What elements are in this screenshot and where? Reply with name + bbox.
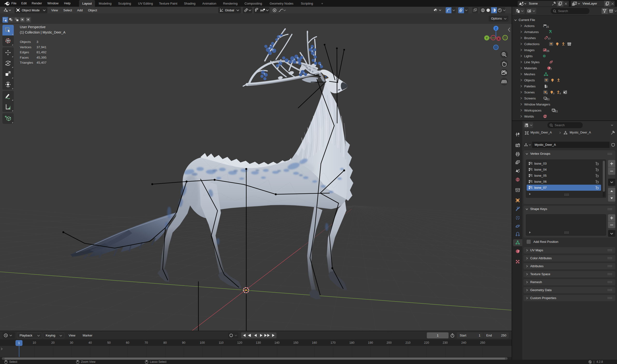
svg-text:2: 2 <box>553 92 554 94</box>
svg-text:Z: Z <box>495 27 497 30</box>
svg-text:Y: Y <box>486 37 488 40</box>
svg-text:2: 2 <box>560 92 561 94</box>
svg-text:X: X <box>498 37 500 40</box>
svg-text:2: 2 <box>547 92 548 94</box>
